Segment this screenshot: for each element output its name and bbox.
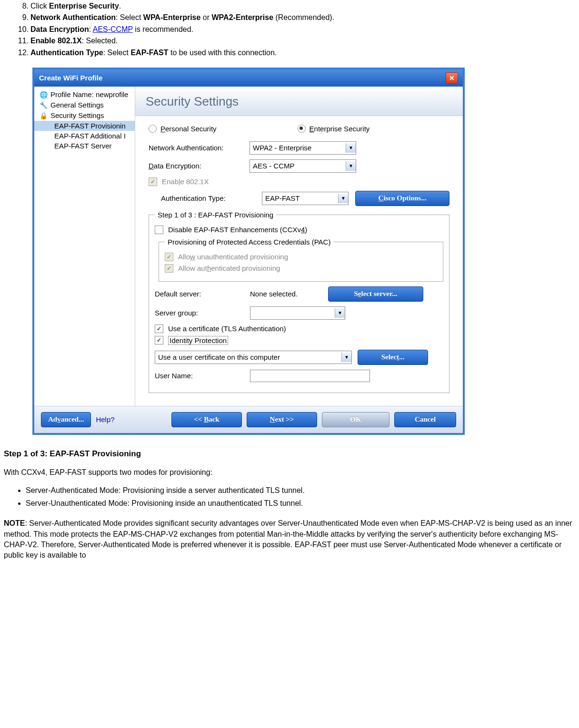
cancel-button[interactable]: Cancel — [394, 412, 456, 427]
main-panel: Security Settings Personal Security Ente… — [135, 87, 463, 433]
pac-fieldset: Provisioning of Protected Access Credent… — [159, 238, 443, 282]
server-group-select[interactable]: ▼ — [250, 306, 345, 320]
default-server-value: None selected. — [250, 290, 326, 298]
chevron-down-icon: ▼ — [341, 353, 351, 362]
data-encryption-label: Data Encryption: — [149, 162, 250, 170]
auth-type-label: Authentication Type: — [149, 194, 262, 202]
chevron-down-icon: ▼ — [346, 161, 356, 171]
back-button[interactable]: << Back — [171, 412, 242, 427]
step-12: Authentication Type: Select EAP-FAST to … — [30, 48, 575, 58]
para-intro: With CCXv4, EAP-FAST supports two modes … — [4, 467, 575, 478]
radio-icon — [298, 125, 306, 133]
tree-eapfast-server[interactable]: EAP-FAST Server — [34, 141, 135, 151]
help-link[interactable]: Help? — [96, 415, 114, 423]
tree-security-settings[interactable]: 🔒Security Settings — [34, 110, 135, 121]
instruction-steps: Click Enterprise Security. Network Authe… — [4, 1, 575, 58]
server-group-label: Server group: — [155, 309, 250, 317]
tree-panel: 🌐Profile Name: newprofile 🔧General Setti… — [34, 87, 135, 433]
tree-profile-name[interactable]: 🌐Profile Name: newprofile — [34, 89, 135, 100]
step-8: Click Enterprise Security. — [30, 1, 575, 11]
auth-type-select[interactable]: EAP-FAST ▼ — [262, 192, 349, 205]
tree-general-settings[interactable]: 🔧General Settings — [34, 100, 135, 110]
username-label: User Name: — [155, 372, 250, 380]
chevron-down-icon: ▼ — [335, 308, 345, 318]
tree-eapfast-additional[interactable]: EAP-FAST Additional I — [34, 131, 135, 141]
pac-legend: Provisioning of Protected Access Credent… — [165, 238, 333, 246]
step1-fieldset: Step 1 of 3 : EAP-FAST Provisioning Disa… — [149, 211, 449, 393]
modes-list: Server-Authenticated Mode: Provisioning … — [4, 485, 575, 509]
step-9: Network Authentication: Select WPA-Enter… — [30, 12, 575, 23]
select-server-button[interactable]: Select server... — [328, 286, 423, 302]
chevron-down-icon: ▼ — [346, 143, 356, 153]
close-button[interactable]: ✕ — [446, 72, 458, 84]
dialog-title: Create WiFi Profile — [39, 74, 102, 82]
titlebar: Create WiFi Profile ✕ — [34, 69, 463, 87]
chevron-down-icon: ▼ — [338, 194, 348, 203]
use-certificate-checkbox[interactable] — [155, 325, 163, 333]
cog-icon: 🔧 — [39, 101, 48, 109]
tree-eapfast-provisioning[interactable]: EAP-FAST Provisionin — [34, 121, 135, 131]
select-button[interactable]: Select... — [358, 350, 428, 365]
panel-heading: Security Settings — [135, 87, 463, 116]
network-auth-select[interactable]: WPA2 - Enterprise ▼ — [250, 141, 356, 155]
next-button[interactable]: Next >> — [247, 412, 317, 427]
allow-unauth-checkbox — [165, 253, 173, 261]
advanced-button[interactable]: Advanced... — [41, 412, 91, 427]
step1-heading: Step 1 of 3: EAP-FAST Provisioning — [4, 449, 575, 459]
close-icon: ✕ — [449, 74, 455, 82]
mode-server-auth: Server-Authenticated Mode: Provisioning … — [26, 485, 575, 496]
radio-icon — [149, 125, 157, 133]
personal-security-radio[interactable]: Personal Security — [149, 125, 217, 133]
dialog-footer: Advanced... Help? << Back Next >> OK Can… — [34, 406, 463, 433]
aes-ccmp-link[interactable]: AES-CCMP — [93, 25, 133, 33]
disable-enhancements-checkbox[interactable] — [155, 226, 163, 234]
create-wifi-profile-dialog: Create WiFi Profile ✕ 🌐Profile Name: new… — [32, 68, 465, 435]
ok-button[interactable]: OK — [322, 412, 389, 427]
step-10: Data Encryption: AES-CCMP is recommended… — [30, 24, 575, 35]
step-11: Enable 802.1X: Selected. — [30, 36, 575, 46]
identity-protection-checkbox[interactable] — [155, 336, 163, 344]
data-encryption-select[interactable]: AES - CCMP ▼ — [250, 159, 356, 173]
enable-8021x-checkbox — [149, 177, 157, 186]
default-server-label: Default server: — [155, 290, 250, 298]
lock-icon: 🔒 — [39, 111, 48, 120]
mode-server-unauth: Server-Unauthenticated Mode: Provisionin… — [26, 498, 575, 509]
network-auth-label: Network Authentication: — [149, 144, 250, 152]
cisco-options-button[interactable]: Cisco Options... — [355, 191, 449, 206]
user-certificate-select[interactable]: Use a user certificate on this computer … — [155, 351, 352, 364]
step1-legend: Step 1 of 3 : EAP-FAST Provisioning — [155, 211, 276, 219]
enterprise-security-radio[interactable]: Enterprise Security — [298, 125, 370, 133]
globe-icon: 🌐 — [39, 90, 48, 99]
note-paragraph: NOTE: Server-Authenticated Mode provides… — [4, 518, 575, 561]
username-input[interactable] — [250, 370, 370, 382]
allow-auth-checkbox — [165, 264, 173, 273]
